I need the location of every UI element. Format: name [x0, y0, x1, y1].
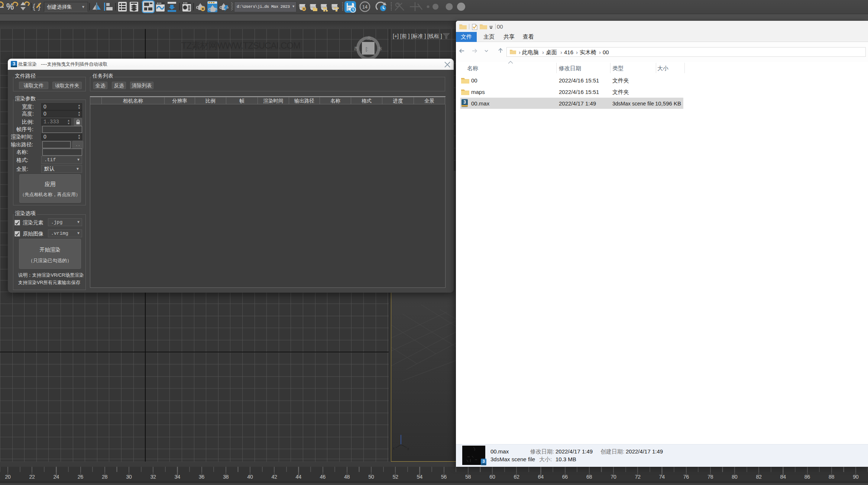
svg-text:{: { — [33, 2, 35, 11]
svg-text:x: x — [407, 447, 409, 451]
svg-text:西: 西 — [354, 46, 359, 51]
svg-text:x: x — [393, 446, 395, 450]
svg-text:14: 14 — [362, 4, 367, 10]
svg-text:东: 东 — [378, 46, 382, 51]
svg-text:北: 北 — [367, 36, 371, 41]
svg-text:[:: [: — [366, 46, 368, 52]
